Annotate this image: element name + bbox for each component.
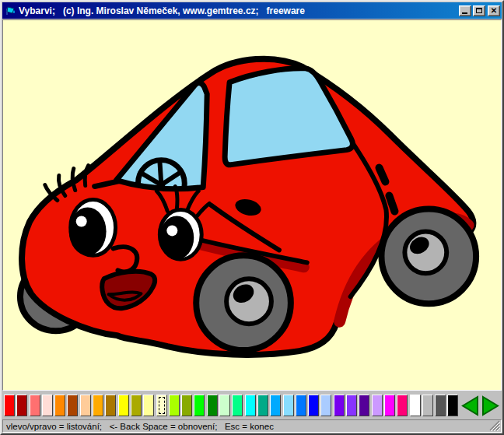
palette-swatch[interactable] (118, 395, 129, 416)
palette-swatch[interactable] (80, 395, 91, 416)
palette-swatch[interactable] (54, 395, 65, 416)
palette-swatch[interactable] (169, 395, 180, 416)
paint-fill-icon (5, 5, 16, 16)
rear-wheel[interactable] (381, 209, 476, 303)
palette-swatch[interactable] (334, 395, 345, 416)
status-field: vlevo/vpravo = listování; <- Back Space … (2, 419, 502, 433)
palette-swatch[interactable] (219, 395, 230, 416)
palette-swatch[interactable] (16, 395, 27, 416)
palette-swatch[interactable] (422, 395, 433, 416)
palette-swatch[interactable] (296, 395, 306, 416)
resize-grip[interactable] (489, 420, 500, 431)
palette-swatches (4, 395, 460, 416)
middle-wheel[interactable] (196, 255, 291, 350)
palette-swatch[interactable] (372, 395, 383, 416)
title-bar[interactable]: Vybarvi; (c) Ing. Miroslav Němeček, www.… (2, 2, 502, 19)
palette-swatch[interactable] (194, 395, 205, 416)
selected-swatch-marquee (159, 397, 165, 414)
palette-swatch[interactable] (67, 395, 78, 416)
palette-swatch[interactable] (346, 395, 357, 416)
car-coloring-picture[interactable] (3, 20, 501, 390)
palette-swatch[interactable] (42, 395, 53, 416)
palette-swatch[interactable] (143, 395, 154, 416)
palette-swatch[interactable] (245, 395, 256, 416)
status-bar: vlevo/vpravo = listování; <- Back Space … (2, 419, 502, 433)
palette-swatch[interactable] (156, 395, 167, 416)
palette-swatch[interactable] (435, 395, 446, 416)
palette-swatch[interactable] (131, 395, 142, 416)
left-eye[interactable] (69, 200, 116, 256)
page-navigation (460, 395, 502, 416)
window-title: Vybarvi; (c) Ing. Miroslav Němeček, www.… (19, 5, 459, 16)
palette-swatch[interactable] (384, 395, 395, 416)
palette-swatch[interactable] (181, 395, 192, 416)
palette-swatch[interactable] (232, 395, 243, 416)
palette-swatch[interactable] (447, 395, 458, 416)
close-button[interactable]: ✕ (488, 5, 500, 16)
maximize-button[interactable] (473, 5, 485, 16)
palette-swatch[interactable] (270, 395, 281, 416)
coloring-canvas[interactable] (2, 19, 502, 391)
palette-swatch[interactable] (283, 395, 294, 416)
close-icon: ✕ (491, 7, 497, 15)
palette-swatch[interactable] (397, 395, 408, 416)
palette-swatch[interactable] (4, 395, 15, 416)
door-hinge-bottom (389, 196, 394, 212)
left-arrow-button[interactable] (460, 395, 479, 416)
status-text: vlevo/vpravo = listování; <- Back Space … (6, 422, 274, 431)
palette-swatch[interactable] (30, 395, 40, 416)
palette-swatch[interactable] (257, 395, 268, 416)
palette-swatch[interactable] (410, 395, 421, 416)
right-arrow-button[interactable] (481, 395, 500, 416)
window-controls: ✕ (459, 5, 500, 16)
color-palette (2, 391, 502, 419)
minimize-button[interactable] (459, 5, 471, 16)
palette-swatch[interactable] (105, 395, 116, 416)
palette-swatch[interactable] (308, 395, 319, 416)
right-eye[interactable] (159, 209, 201, 259)
maximize-icon (476, 8, 482, 13)
palette-swatch[interactable] (320, 395, 331, 416)
minimize-icon (462, 12, 467, 14)
palette-swatch[interactable] (207, 395, 218, 416)
app-window: Vybarvi; (c) Ing. Miroslav Němeček, www.… (0, 0, 504, 435)
palette-swatch[interactable] (359, 395, 369, 416)
palette-swatch[interactable] (93, 395, 103, 416)
